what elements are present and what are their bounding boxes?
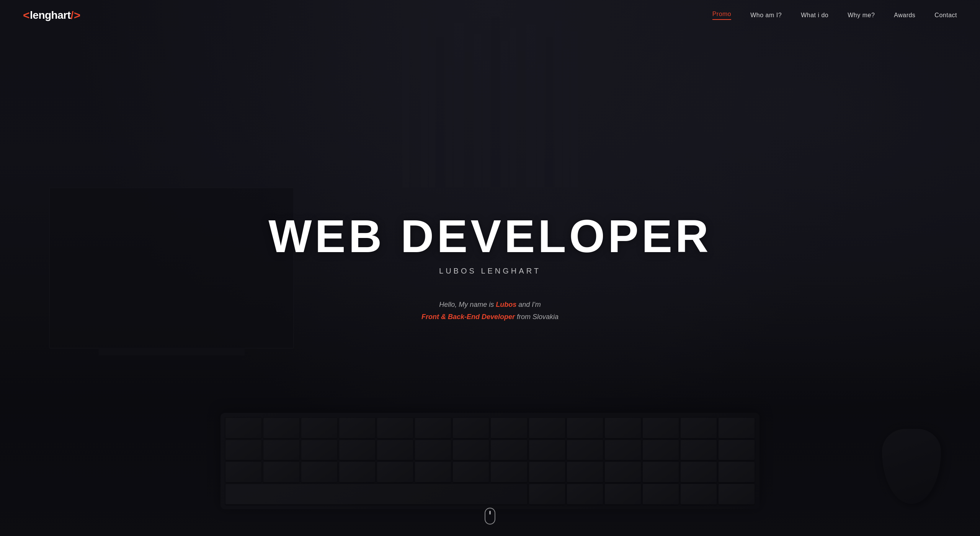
- role-highlight: Front & Back-End Developer: [421, 313, 515, 321]
- hero-section: < lenghart / > Promo Who am I? What i do…: [0, 0, 980, 536]
- description-mid: and I'm: [516, 301, 541, 308]
- nav-item-awards[interactable]: Awards: [894, 12, 915, 19]
- nav-link-awards[interactable]: Awards: [894, 12, 915, 18]
- hero-content: WEB DEVELOPER LUBOS LENGHART Hello, My n…: [268, 213, 711, 323]
- scroll-indicator[interactable]: [485, 508, 495, 525]
- hero-title: WEB DEVELOPER: [268, 213, 711, 259]
- nav-link-contact[interactable]: Contact: [934, 12, 957, 18]
- logo-bracket-left: <: [23, 9, 29, 22]
- nav-link-why-me[interactable]: Why me?: [848, 12, 875, 18]
- nav-item-promo[interactable]: Promo: [712, 11, 732, 20]
- logo[interactable]: < lenghart / >: [23, 9, 80, 22]
- nav-link-who-am-i[interactable]: Who am I?: [750, 12, 782, 18]
- main-nav: < lenghart / > Promo Who am I? What i do…: [0, 0, 980, 31]
- nav-item-why-me[interactable]: Why me?: [848, 12, 875, 19]
- nav-item-what-i-do[interactable]: What i do: [801, 12, 828, 19]
- nav-link-promo[interactable]: Promo: [712, 11, 732, 20]
- nav-link-what-i-do[interactable]: What i do: [801, 12, 828, 18]
- nav-item-who-am-i[interactable]: Who am I?: [750, 12, 782, 19]
- hero-description: Hello, My name is Lubos and I'm Front & …: [421, 298, 559, 323]
- nav-links: Promo Who am I? What i do Why me? Awards…: [712, 11, 957, 20]
- nav-item-contact[interactable]: Contact: [934, 12, 957, 19]
- description-prefix: Hello, My name is: [439, 301, 496, 308]
- logo-bracket-right: >: [74, 9, 80, 22]
- description-suffix: from Slovakia: [515, 313, 559, 321]
- name-highlight: Lubos: [496, 301, 516, 308]
- logo-slash: /: [71, 9, 74, 21]
- logo-name: lenghart: [30, 9, 70, 21]
- scroll-wheel: [489, 511, 491, 515]
- scroll-mouse-icon: [485, 508, 495, 525]
- hero-subtitle: LUBOS LENGHART: [439, 267, 541, 275]
